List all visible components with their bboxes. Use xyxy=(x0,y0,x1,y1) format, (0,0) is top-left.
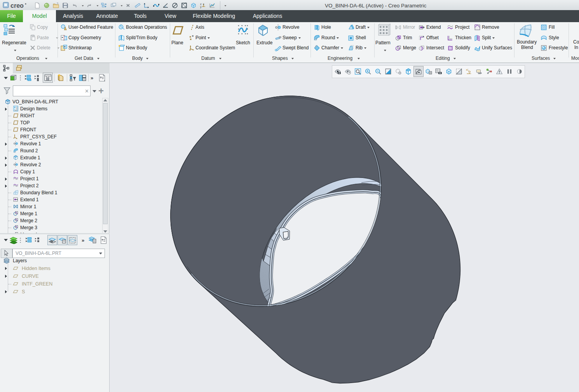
svg-text:x: x xyxy=(203,3,204,5)
svg-text:zy: zy xyxy=(200,3,202,9)
svg-text:creo: creo xyxy=(10,2,24,9)
